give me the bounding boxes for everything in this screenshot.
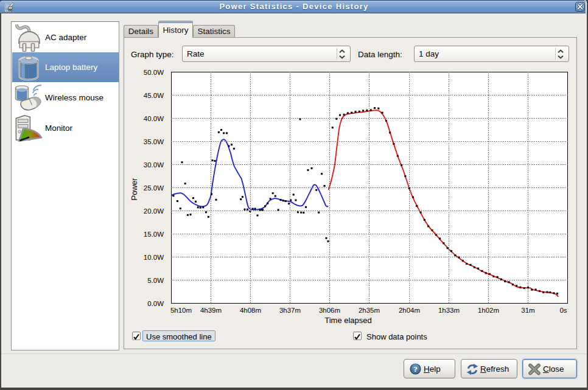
svg-text:0s: 0s	[559, 307, 567, 314]
svg-text:40.0W: 40.0W	[144, 115, 164, 122]
svg-text:1h02m: 1h02m	[478, 307, 499, 314]
svg-text:5h10m: 5h10m	[170, 307, 192, 314]
svg-text:30.0W: 30.0W	[144, 161, 164, 169]
svg-text:Time elapsed: Time elapsed	[324, 316, 372, 325]
svg-text:3h06m: 3h06m	[319, 307, 340, 314]
svg-text:5.0W: 5.0W	[147, 277, 164, 284]
svg-text:15.0W: 15.0W	[144, 231, 164, 238]
svg-text:Power: Power	[130, 178, 139, 201]
svg-text:20.0W: 20.0W	[144, 207, 164, 215]
svg-text:35.0W: 35.0W	[144, 138, 164, 145]
svg-text:2h04m: 2h04m	[399, 307, 420, 314]
svg-text:50.0W: 50.0W	[144, 69, 164, 76]
svg-text:45.0W: 45.0W	[144, 92, 164, 99]
svg-text:1h33m: 1h33m	[438, 307, 460, 314]
svg-text:10.0W: 10.0W	[144, 254, 164, 261]
svg-text:31m: 31m	[521, 307, 534, 314]
svg-text:?: ?	[413, 364, 418, 374]
svg-text:3h37m: 3h37m	[279, 307, 301, 314]
svg-text:2h35m: 2h35m	[359, 307, 380, 314]
svg-text:0.0W: 0.0W	[147, 300, 164, 307]
svg-text:4h39m: 4h39m	[200, 307, 222, 314]
svg-text:4h08m: 4h08m	[240, 307, 261, 314]
svg-text:25.0W: 25.0W	[144, 184, 164, 192]
